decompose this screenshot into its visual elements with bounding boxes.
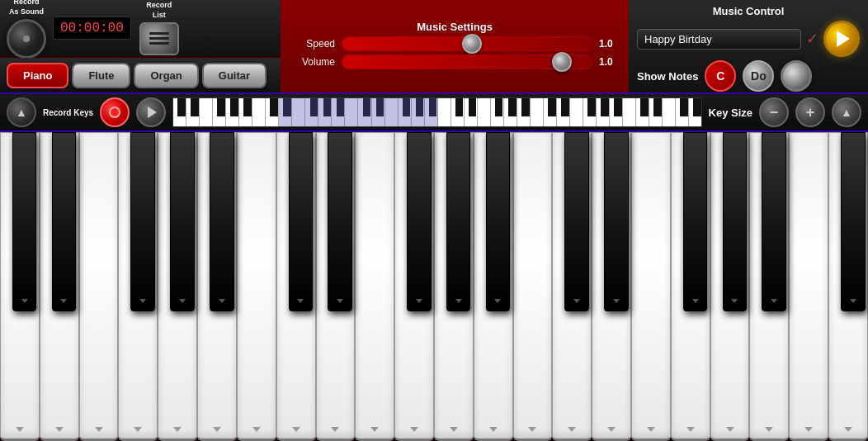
- checkmark-icon: ✓: [806, 30, 818, 48]
- music-settings-panel: Music Settings Speed 1.0 Volume 1.0: [281, 0, 629, 92]
- record-knob[interactable]: [7, 19, 46, 59]
- white-key-2[interactable]: [79, 132, 119, 441]
- black-key-arrow: [613, 299, 620, 303]
- song-row: Happy Birtday ✓: [637, 21, 860, 57]
- record-list-button[interactable]: [139, 22, 179, 55]
- white-key-9[interactable]: [355, 132, 394, 441]
- instrument-row: Piano Flute Organ Guitar: [0, 58, 281, 92]
- note-c-button[interactable]: C: [705, 60, 736, 92]
- key-arrow-indicator: [292, 427, 300, 432]
- black-key-1-3[interactable]: [446, 132, 471, 311]
- note-knob[interactable]: [781, 60, 812, 92]
- music-control-title: Music Control: [637, 5, 860, 17]
- record-as-sound-label-line1: Record: [13, 0, 39, 6]
- volume-slider-row: Volume 1.0: [294, 55, 616, 69]
- up-icon: ▲: [841, 106, 852, 119]
- black-key-arrow: [692, 299, 699, 303]
- black-key-2-2[interactable]: [683, 132, 708, 311]
- black-key-2-3[interactable]: [723, 132, 748, 311]
- record-keys-label: Record Keys: [43, 108, 93, 117]
- white-key-16[interactable]: [631, 132, 671, 441]
- speed-label: Speed: [294, 38, 335, 50]
- key-arrow-indicator: [450, 427, 458, 432]
- key-arrow-indicator: [16, 427, 24, 432]
- key-arrow-indicator: [95, 427, 103, 432]
- instrument-piano-button[interactable]: Piano: [7, 63, 68, 88]
- key-arrow-indicator: [489, 427, 498, 432]
- play-small-button[interactable]: [136, 97, 166, 127]
- black-key-arrow: [179, 299, 186, 303]
- record-as-sound-section: Record As Sound: [7, 0, 46, 59]
- key-size-label: Key Size: [709, 107, 752, 119]
- key-arrow-indicator: [726, 427, 734, 432]
- scroll-up-button[interactable]: ▲: [832, 97, 861, 127]
- black-key-arrow: [416, 299, 422, 303]
- key-arrow-indicator: [568, 427, 576, 432]
- key-arrow-indicator: [647, 427, 655, 432]
- black-key-0-1[interactable]: [52, 132, 77, 311]
- record-dot-button[interactable]: [100, 97, 130, 127]
- minus-icon: −: [770, 104, 779, 121]
- instrument-guitar-button[interactable]: Guitar: [202, 63, 267, 88]
- black-key-arrow: [337, 299, 343, 303]
- black-key-arrow: [139, 299, 146, 303]
- volume-label: Volume: [294, 56, 335, 68]
- key-arrow-indicator: [55, 427, 64, 432]
- key-size-increase-button[interactable]: +: [795, 97, 825, 127]
- white-key-6[interactable]: [237, 132, 276, 441]
- black-key-1-4[interactable]: [486, 132, 511, 311]
- song-name-display: Happy Birtday: [637, 29, 801, 50]
- keyboard-controls-row: ▲ Record Keys Key Size − + ▲: [0, 92, 868, 132]
- black-key-arrow: [731, 299, 738, 303]
- timer-display: 00:00:00: [53, 17, 131, 40]
- key-arrow-indicator: [844, 427, 852, 432]
- show-notes-label: Show Notes: [637, 70, 698, 83]
- scroll-left-icon: ▲: [16, 106, 27, 119]
- instrument-flute-button[interactable]: Flute: [72, 63, 130, 88]
- black-key-arrow: [573, 299, 580, 303]
- black-key-0-2[interactable]: [130, 132, 155, 311]
- key-arrow-indicator: [370, 427, 379, 432]
- black-key-2-0[interactable]: [564, 132, 589, 311]
- black-key-1-2[interactable]: [407, 132, 432, 311]
- black-key-1-1[interactable]: [328, 132, 352, 311]
- show-notes-row: Show Notes C Do: [637, 60, 860, 92]
- key-arrow-indicator: [528, 427, 536, 432]
- black-key-0-0[interactable]: [12, 132, 37, 311]
- white-key-13[interactable]: [513, 132, 553, 441]
- play-small-icon: [148, 107, 157, 118]
- speed-value: 1.0: [599, 38, 616, 50]
- black-key-arrow: [60, 299, 67, 303]
- speed-slider-row: Speed 1.0: [294, 36, 616, 51]
- black-key-arrow: [455, 299, 462, 303]
- black-key-arrow: [771, 299, 777, 303]
- key-size-decrease-button[interactable]: −: [759, 97, 789, 127]
- key-arrow-indicator: [686, 427, 695, 432]
- play-triangle-icon: [837, 31, 850, 47]
- black-key-0-3[interactable]: [170, 132, 195, 311]
- black-key-0-4[interactable]: [210, 132, 234, 311]
- scroll-left-button[interactable]: ▲: [7, 97, 36, 127]
- key-arrow-indicator: [765, 427, 773, 432]
- music-settings-title: Music Settings: [417, 21, 493, 33]
- black-key-3-0[interactable]: [841, 132, 866, 311]
- speed-slider[interactable]: [342, 36, 592, 51]
- note-do-button[interactable]: Do: [743, 60, 774, 92]
- record-keys-section: Record Keys: [43, 108, 93, 117]
- key-arrow-indicator: [213, 427, 221, 432]
- black-key-arrow: [21, 299, 28, 303]
- black-key-2-4[interactable]: [762, 132, 786, 311]
- white-key-20[interactable]: [789, 132, 828, 441]
- black-key-1-0[interactable]: [289, 132, 314, 311]
- volume-slider[interactable]: [342, 55, 592, 69]
- record-list-section: Record List: [139, 1, 179, 55]
- black-key-2-1[interactable]: [604, 132, 629, 311]
- black-key-arrow: [297, 299, 304, 303]
- mini-keyboard-display: [172, 97, 701, 127]
- play-button-large[interactable]: [823, 21, 860, 57]
- record-as-sound-label-line2: As Sound: [9, 7, 44, 16]
- key-arrow-indicator: [134, 427, 142, 432]
- instrument-organ-button[interactable]: Organ: [134, 63, 198, 88]
- key-arrow-indicator: [410, 427, 418, 432]
- volume-value: 1.0: [599, 56, 616, 68]
